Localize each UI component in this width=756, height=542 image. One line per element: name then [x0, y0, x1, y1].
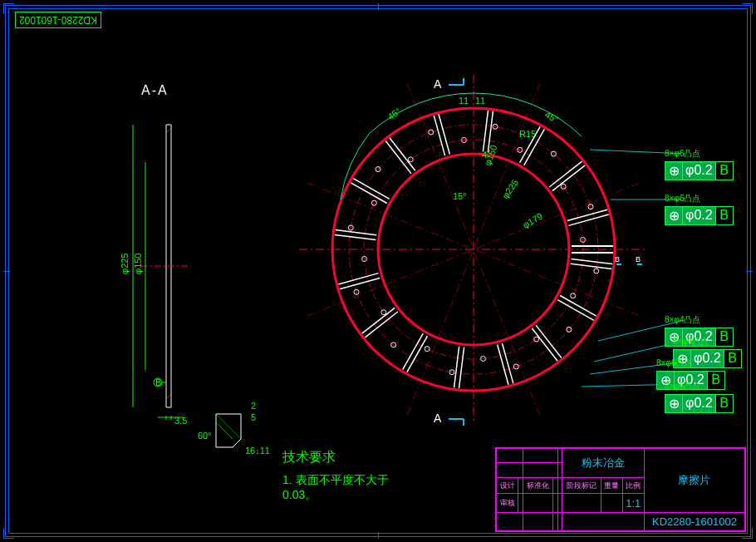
svg-line-52 [483, 111, 488, 152]
gdt-callout-1: 8×φ6凸点 ⊕ φ0.2 B [665, 148, 734, 180]
title-block: 粉末冶金 摩擦片 设计 标准化 阶段标记 重量 比例 审核 1:1 [495, 447, 746, 532]
section-marker-a-top: A [434, 77, 442, 91]
gdt-callout-6: 8×φ6凸点 ⊕ φ0.2 B [665, 381, 734, 413]
svg-line-40 [365, 312, 397, 338]
detail-view: 60° 16↓11 5 2 [191, 397, 282, 472]
detail-angle: 60° [198, 431, 212, 441]
scale-cell: 1:1 [622, 494, 644, 512]
gdt-6-datum: B [716, 395, 733, 412]
svg-line-38 [407, 336, 428, 372]
frame-tick-right [746, 271, 753, 272]
outer-dia-dim: φ225 [120, 254, 130, 275]
gdt-2-sym: ⊕ [665, 207, 683, 224]
gdt-1-label: 8×φ6凸点 [665, 148, 734, 160]
drawing-no-cell: KD2280-1601002 [644, 512, 744, 530]
main-view: 45° 45° 15° φ225 φ179 φ150 R15 4 11 11 A [299, 75, 681, 441]
svg-line-43 [338, 273, 378, 284]
section-label: A-A [141, 83, 169, 98]
svg-line-58 [567, 209, 607, 220]
svg-line-28 [571, 259, 612, 264]
cad-viewport: KD2280-1601002 A-A φ225 φ150 3.5 [0, 0, 756, 542]
tech-req-title: 技术要求 [282, 449, 424, 466]
gdt-2-tol: φ0.2 [683, 207, 716, 224]
gdt-4-label: 8×φ6凸点 [673, 336, 742, 347]
technical-requirements: 技术要求 1. 表面不平度不大于 0.03。 [282, 449, 424, 503]
detail-d2: 5 [251, 412, 256, 422]
svg-line-31 [557, 300, 594, 321]
gdt-5-label: 8×φ6凸点 [656, 357, 725, 369]
svg-line-14 [216, 414, 241, 439]
gdt-1-datum: B [716, 162, 733, 180]
inner-dia-dim: φ150 [133, 254, 143, 275]
svg-line-51 [439, 114, 449, 154]
svg-line-39 [403, 333, 424, 370]
svg-line-59 [569, 214, 609, 225]
angle3-dim: 15° [453, 191, 467, 201]
detail-d1: 16↓11 [245, 446, 270, 456]
gdt-2-datum: B [716, 207, 733, 224]
svg-line-44 [335, 235, 376, 240]
thickness-dim: 3.5 [174, 416, 187, 424]
bc1-dim: φ225 [500, 177, 520, 200]
slot11a-dim: 11 [459, 96, 469, 106]
tech-req-item-1: 1. 表面不平度不大于 0.03。 [282, 473, 424, 503]
gdt-1-tol: φ0.2 [683, 162, 716, 180]
svg-line-15 [216, 422, 233, 439]
gdt-3-label: 8×φ4凸点 [665, 314, 734, 326]
frame-corner-tl [3, 3, 14, 14]
svg-line-37 [454, 347, 459, 388]
svg-line-30 [560, 295, 596, 316]
gdt-6-label: 8×φ6凸点 [665, 381, 734, 392]
gdt-1-sym: ⊕ [665, 162, 683, 180]
svg-line-45 [336, 230, 377, 235]
svg-line-29 [571, 264, 612, 269]
drawing-number-mirrored: KD2280-1601002 [15, 12, 101, 28]
section-view: φ225 φ150 3.5 B [108, 116, 216, 424]
gdt-6-sym: ⊕ [665, 395, 683, 412]
frame-tick-top [378, 3, 379, 10]
bc2-dim: φ179 [521, 211, 544, 230]
svg-line-34 [502, 343, 513, 383]
part-name-cell: 摩擦片 [644, 449, 744, 513]
material-cell: 粉末冶金 [562, 449, 645, 478]
svg-line-56 [549, 161, 582, 187]
svg-line-4 [166, 128, 171, 133]
datum-b: B [155, 377, 161, 387]
gdt-callout-2: 8×φ6凸点 ⊕ φ0.2 B [665, 193, 734, 225]
svg-line-46 [351, 183, 387, 204]
section-marker-a-bottom: A [434, 411, 442, 425]
gdt-6-tol: φ0.2 [683, 395, 716, 412]
detail-d3: 2 [251, 401, 256, 411]
gdt-2-label: 8×φ6凸点 [665, 193, 734, 204]
svg-line-5 [166, 394, 171, 399]
svg-line-47 [353, 179, 390, 200]
frame-tick-left [3, 271, 10, 272]
frame-corner-bl [3, 528, 14, 539]
angle2-dim: 45° [543, 109, 560, 125]
svg-text:B: B [636, 255, 641, 264]
svg-line-36 [459, 347, 464, 388]
frame-corner-tr [742, 3, 753, 14]
gdt-4-datum: B [724, 350, 741, 367]
frame-tick-bottom [378, 532, 379, 539]
svg-text:B: B [615, 255, 620, 264]
angle1-dim: 45° [385, 106, 403, 121]
slot11b-dim: 11 [475, 96, 485, 106]
svg-line-35 [498, 345, 508, 385]
svg-line-42 [340, 278, 380, 288]
svg-line-50 [434, 116, 444, 155]
